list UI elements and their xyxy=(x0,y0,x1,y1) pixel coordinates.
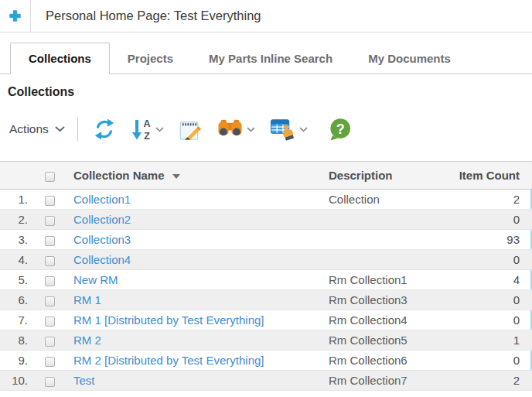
column-header-item-count[interactable]: Item Count xyxy=(452,162,532,190)
actions-menu-button[interactable]: Actions xyxy=(8,122,66,136)
description-cell xyxy=(329,210,452,230)
description-cell: Rm Collection1 xyxy=(329,270,452,290)
row-number: 5. xyxy=(0,270,35,290)
actions-label: Actions xyxy=(9,122,49,136)
table-display-button[interactable] xyxy=(268,116,309,142)
row-select-cell xyxy=(35,190,64,210)
collection-name-cell: New RM xyxy=(64,270,329,290)
edit-button[interactable] xyxy=(177,116,204,143)
table-row: 3. Collection3 93 xyxy=(0,230,532,250)
description-cell xyxy=(329,250,452,270)
item-count-cell: 0 xyxy=(452,351,532,371)
table-row: 1. Collection1 Collection 2 xyxy=(0,190,532,210)
refresh-icon xyxy=(93,118,116,141)
row-checkbox[interactable] xyxy=(45,357,55,367)
find-button[interactable] xyxy=(216,117,257,142)
chevron-down-icon xyxy=(299,127,308,132)
table-row: 6. RM 1 Rm Collection3 0 xyxy=(0,290,532,310)
edit-note-icon xyxy=(179,118,203,142)
description-cell: Rm Collection5 xyxy=(329,330,452,351)
table-row: 9. RM 2 [Distributed by Test Everything]… xyxy=(0,351,532,371)
collection-link[interactable]: RM 1 [Distributed by Test Everything] xyxy=(73,313,264,327)
help-icon: ? xyxy=(329,118,352,141)
collection-link[interactable]: Collection2 xyxy=(73,213,131,226)
row-checkbox[interactable] xyxy=(45,296,55,306)
row-checkbox[interactable] xyxy=(45,317,55,327)
collection-name-cell: RM 2 [Distributed by Test Everything] xyxy=(64,351,329,371)
collection-link[interactable]: RM 2 [Distributed by Test Everything] xyxy=(73,354,264,367)
topbar-divider xyxy=(30,0,31,32)
row-select-cell xyxy=(35,230,64,250)
tab-projects[interactable]: Projects xyxy=(110,43,191,74)
row-checkbox[interactable] xyxy=(45,236,55,246)
row-checkbox[interactable] xyxy=(45,196,55,206)
collection-name-cell: Collection2 xyxy=(64,210,329,230)
chevron-down-icon xyxy=(155,127,164,132)
collection-link[interactable]: Collection4 xyxy=(73,253,131,266)
row-select-cell xyxy=(35,270,64,290)
row-number: 10. xyxy=(0,371,35,391)
description-cell: Rm Collection3 xyxy=(329,290,452,310)
item-count-cell: 0 xyxy=(452,310,532,330)
section-heading: Collections xyxy=(8,85,532,99)
row-number: 7. xyxy=(0,310,35,330)
item-count-cell: 0 xyxy=(452,250,532,270)
collection-link[interactable]: Collection3 xyxy=(73,233,131,246)
collection-link[interactable]: RM 1 xyxy=(73,293,101,306)
item-count-cell: 4 xyxy=(452,270,532,290)
row-checkbox[interactable] xyxy=(45,276,55,286)
select-all-checkbox[interactable] xyxy=(45,172,55,182)
table-header-row: Collection Name Description Item Count xyxy=(0,162,532,190)
table-row: 2. Collection2 0 xyxy=(0,210,532,230)
sort-az-icon: A Z xyxy=(131,118,152,141)
tab-my-documents[interactable]: My Documents xyxy=(350,43,469,74)
item-count-cell: 93 xyxy=(452,230,532,250)
tab-bar: CollectionsProjectsMy Parts Inline Searc… xyxy=(0,43,532,74)
row-select-cell xyxy=(35,351,64,371)
collection-link[interactable]: RM 2 xyxy=(73,334,101,347)
svg-text:A: A xyxy=(143,118,150,129)
add-button[interactable] xyxy=(0,0,30,32)
collection-link[interactable]: Test xyxy=(73,374,95,387)
item-count-cell: 0 xyxy=(452,210,532,230)
refresh-button[interactable] xyxy=(91,116,118,142)
topbar: Personal Home Page: Test Everything xyxy=(0,0,532,33)
tab-my-parts-inline-search[interactable]: My Parts Inline Search xyxy=(191,43,350,74)
plus-icon xyxy=(9,9,22,22)
help-button[interactable]: ? xyxy=(327,116,353,142)
row-number: 1. xyxy=(0,190,35,210)
description-cell: Collection xyxy=(329,190,452,210)
toolbar-divider xyxy=(77,118,78,141)
row-checkbox[interactable] xyxy=(45,337,55,347)
svg-text:Z: Z xyxy=(144,131,150,141)
row-select-cell xyxy=(35,250,64,270)
collection-name-cell: RM 1 [Distributed by Test Everything] xyxy=(64,310,329,330)
collection-name-cell: Test xyxy=(64,371,329,391)
chevron-down-icon xyxy=(247,127,255,132)
column-header-description[interactable]: Description xyxy=(329,162,452,190)
collection-link[interactable]: New RM xyxy=(73,273,118,286)
row-select-cell xyxy=(35,371,64,391)
table-row: 8. RM 2 Rm Collection5 1 xyxy=(0,330,532,351)
row-checkbox[interactable] xyxy=(45,256,55,266)
column-header-collection-name[interactable]: Collection Name xyxy=(64,162,329,190)
row-number: 2. xyxy=(0,210,35,230)
item-count-cell: 0 xyxy=(452,290,532,310)
row-checkbox[interactable] xyxy=(45,377,55,387)
row-select-cell xyxy=(35,310,64,330)
collection-link[interactable]: Collection1 xyxy=(73,193,131,206)
table-row: 10. Test Rm Collection7 2 xyxy=(0,371,532,391)
row-checkbox[interactable] xyxy=(45,216,55,226)
binoculars-icon xyxy=(217,118,243,140)
sort-caret-down-icon xyxy=(172,174,180,179)
table-row: 5. New RM Rm Collection1 4 xyxy=(0,270,532,290)
collection-name-cell: RM 2 xyxy=(64,330,329,351)
tab-collections[interactable]: Collections xyxy=(10,43,110,74)
item-count-cell: 2 xyxy=(452,371,532,391)
page-title: Personal Home Page: Test Everything xyxy=(46,9,261,23)
row-number: 6. xyxy=(0,290,35,310)
collection-name-cell: RM 1 xyxy=(64,290,329,310)
sort-button[interactable]: A Z xyxy=(129,116,165,142)
table-row: 4. Collection4 0 xyxy=(0,250,532,270)
table-row: 7. RM 1 [Distributed by Test Everything]… xyxy=(0,310,532,330)
